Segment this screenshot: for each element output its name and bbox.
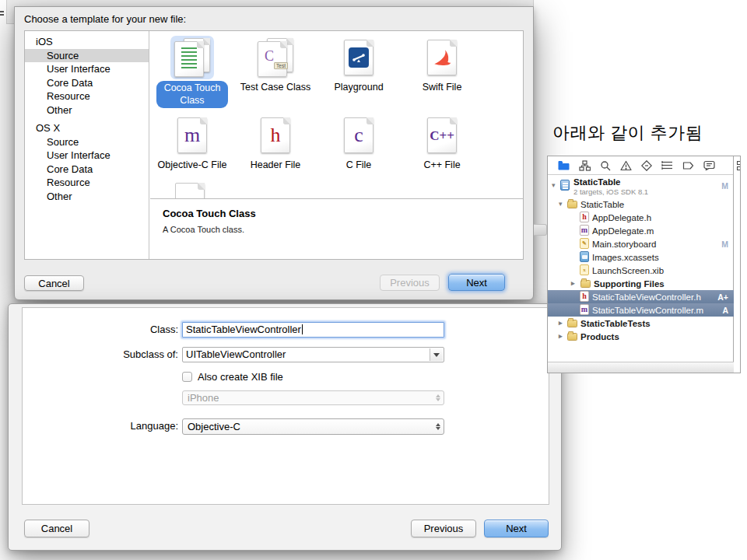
objective-c-file-icon: m — [177, 117, 207, 153]
stepper-arrows-icon — [436, 419, 440, 434]
project-navigator-folder-icon[interactable] — [558, 160, 570, 170]
search-navigator-icon[interactable] — [600, 160, 611, 171]
disclosure-closed-icon[interactable]: ▸ — [559, 319, 563, 327]
implementation-file-icon: m — [580, 304, 589, 315]
class-label: Class: — [40, 322, 178, 338]
template-cpp-file[interactable]: C++ C++ File — [402, 114, 482, 171]
test-case-class-icon: CTest — [258, 38, 293, 77]
template-chooser-dialog: Choose a template for your new file: iOS… — [14, 6, 534, 300]
sidebar-item-osx-user-interface[interactable]: User Interface — [25, 149, 149, 163]
tree-row-main-storyboard[interactable]: ✎ Main.storyboard M — [548, 237, 734, 250]
file-tree: ▾ StaticTable h AppDelegate.h m AppDeleg… — [548, 198, 734, 343]
stepper-arrows-icon — [436, 391, 440, 404]
tree-row-statictableviewcontroller-m[interactable]: m StaticTableViewController.m A — [548, 303, 734, 317]
asset-catalog-icon — [580, 251, 589, 262]
project-icon — [560, 180, 570, 191]
subclass-label: Subclass of: — [40, 347, 178, 362]
template-label: Objective-C File — [155, 159, 230, 171]
next-button[interactable]: Next — [448, 274, 505, 291]
breakpoint-navigator-icon[interactable] — [682, 161, 694, 170]
sidebar-section-ios: iOS — [25, 35, 149, 49]
template-description-panel: Cocoa Touch Class A Cocoa Touch class. — [150, 198, 523, 259]
implementation-file-icon: m — [580, 225, 589, 236]
clipped-panel-icon — [737, 161, 741, 171]
sidebar-item-osx-other[interactable]: Other — [25, 190, 149, 204]
tree-row-statictableviewcontroller-h[interactable]: h StaticTableViewController.h A+ — [548, 290, 734, 303]
template-label: C File — [321, 159, 396, 171]
annotation-text: 아래와 같이 추가됨 — [552, 121, 703, 145]
sidebar-item-osx-resource[interactable]: Resource — [25, 176, 149, 190]
folder-icon — [567, 320, 577, 327]
tree-row-appdelegate-m[interactable]: m AppDelegate.m — [548, 224, 734, 237]
status-badge: A — [722, 306, 728, 315]
sidebar-item-osx-core-data[interactable]: Core Data — [25, 163, 149, 177]
text-caret — [302, 324, 303, 334]
xib-file-icon: x — [580, 264, 589, 275]
language-popup[interactable]: Objective-C — [182, 418, 444, 435]
disclosure-open-icon[interactable]: ▾ — [552, 181, 556, 189]
template-label: Cocoa Touch Class — [156, 81, 228, 108]
status-badge: M — [721, 240, 728, 249]
next-button[interactable]: Next — [484, 520, 549, 537]
template-chooser-body: iOS Source User Interface Core Data Reso… — [24, 30, 524, 260]
folder-icon — [567, 201, 577, 208]
playground-icon — [344, 40, 374, 75]
c-file-icon: c — [344, 117, 374, 153]
sidebar-item-ios-core-data[interactable]: Core Data — [25, 76, 149, 90]
test-navigator-icon[interactable] — [641, 160, 652, 171]
tree-row-products[interactable]: ▸ Products — [548, 330, 734, 343]
template-c-file[interactable]: c C File — [318, 114, 399, 171]
tree-row-statictable-group[interactable]: ▾ StaticTable — [548, 198, 734, 211]
template-playground[interactable]: Playground — [318, 36, 399, 93]
project-row[interactable]: ▾ StaticTable 2 targets, iOS SDK 8.1 M — [548, 177, 734, 198]
template-category-sidebar: iOS Source User Interface Core Data Reso… — [25, 31, 149, 259]
folder-icon — [580, 280, 591, 288]
template-label: Swift File — [405, 81, 479, 93]
file-options-dialog: Class: StaticTableViewController Subclas… — [8, 303, 562, 551]
template-label: Test Case Class — [238, 81, 313, 93]
xib-checkbox[interactable] — [182, 372, 192, 382]
previous-button[interactable]: Previous — [380, 275, 440, 291]
status-badge: A+ — [717, 292, 728, 302]
cancel-button[interactable]: Cancel — [24, 520, 89, 537]
template-objective-c-file[interactable]: m Objective-C File — [152, 114, 233, 171]
template-swift-file[interactable]: Swift File — [402, 36, 482, 93]
cancel-button[interactable]: Cancel — [24, 275, 84, 291]
subclass-combobox[interactable]: UITableViewController — [182, 347, 444, 362]
storyboard-icon: ✎ — [580, 238, 589, 249]
sidebar-item-osx-source[interactable]: Source — [25, 135, 149, 149]
debug-navigator-icon[interactable] — [661, 160, 673, 170]
sidebar-item-ios-source[interactable]: Source — [25, 49, 149, 63]
header-file-icon: h — [261, 117, 290, 153]
class-input[interactable]: StaticTableViewController — [182, 322, 444, 338]
navigator-filter-bar[interactable] — [548, 362, 734, 373]
template-header-file[interactable]: h Header File — [235, 114, 316, 171]
xib-checkbox-label: Also create XIB file — [198, 371, 283, 383]
sidebar-item-ios-user-interface[interactable]: User Interface — [25, 62, 149, 76]
clipped-edge-artifact — [0, 9, 5, 23]
template-test-case-class[interactable]: CTest Test Case Class — [235, 36, 316, 93]
symbol-navigator-icon[interactable] — [579, 160, 591, 171]
issue-navigator-icon[interactable] — [620, 160, 632, 171]
sidebar-item-ios-resource[interactable]: Resource — [25, 89, 149, 103]
tree-row-launchscreen-xib[interactable]: x LaunchScreen.xib — [548, 264, 734, 277]
sidebar-item-ios-other[interactable]: Other — [25, 103, 149, 117]
description-title: Cocoa Touch Class — [163, 208, 256, 219]
disclosure-closed-icon[interactable]: ▸ — [571, 279, 575, 287]
tree-row-supporting-files[interactable]: ▸ Supporting Files — [548, 277, 734, 290]
screenshot-root: StaticTable▸ StaticTable▸ Main.storyboar… — [0, 0, 747, 560]
tree-row-images-xcassets[interactable]: Images.xcassets — [548, 250, 734, 264]
tree-row-appdelegate-h[interactable]: h AppDelegate.h — [548, 211, 734, 224]
cocoa-touch-class-icon — [174, 38, 210, 77]
report-navigator-icon[interactable] — [703, 160, 715, 170]
platform-popup[interactable]: iPhone — [182, 390, 444, 405]
tree-row-statictabletests[interactable]: ▸ StaticTableTests — [548, 317, 734, 330]
disclosure-closed-icon[interactable]: ▸ — [559, 332, 563, 340]
chevron-down-icon[interactable] — [430, 348, 443, 361]
disclosure-open-icon[interactable]: ▾ — [559, 200, 563, 208]
swift-file-icon — [427, 40, 457, 75]
status-badge: M — [721, 181, 728, 191]
previous-button[interactable]: Previous — [411, 520, 476, 537]
template-cocoa-touch-class[interactable]: Cocoa Touch Class — [152, 36, 233, 108]
clipped-template-icon — [175, 183, 209, 198]
